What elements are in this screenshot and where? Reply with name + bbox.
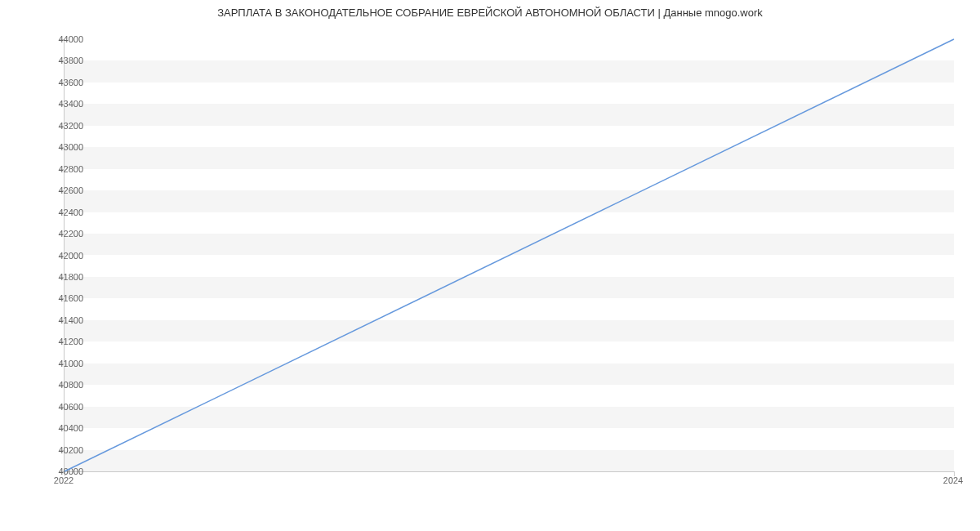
plot-area bbox=[64, 39, 954, 472]
salary-line bbox=[65, 39, 954, 471]
line-chart: ЗАРПЛАТА В ЗАКОНОДАТЕЛЬНОЕ СОБРАНИЕ ЕВРЕ… bbox=[0, 0, 980, 506]
line-series bbox=[65, 39, 954, 471]
x-tick-label: 2022 bbox=[54, 475, 74, 485]
chart-title: ЗАРПЛАТА В ЗАКОНОДАТЕЛЬНОЕ СОБРАНИЕ ЕВРЕ… bbox=[0, 7, 980, 19]
x-tick-label: 2024 bbox=[943, 475, 963, 485]
